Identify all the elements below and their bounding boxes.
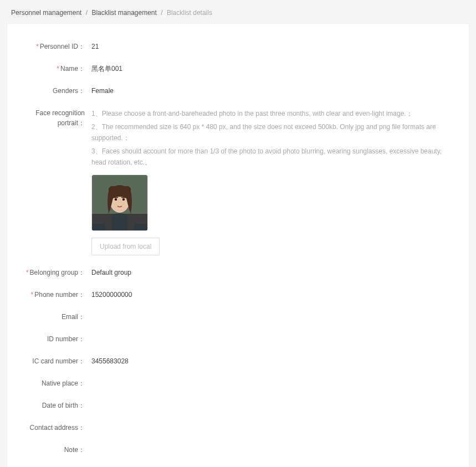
value-personnel-id: 21 [91,42,455,52]
label-native-place: Native place： [21,378,91,388]
row-date-of-birth: Date of birth： [21,401,455,410]
label-note: Note： [21,445,91,455]
label-belonging-group: *Belonging group： [21,268,91,278]
breadcrumb-separator: / [161,9,162,17]
label-ic-card-number: IC card number： [21,356,91,366]
label-personnel-id: *Personnel ID： [21,42,91,52]
portrait-image [91,175,148,231]
label-email: Email： [21,312,91,322]
portrait-box [91,175,455,231]
breadcrumb-item-details: Blacklist details [167,9,212,17]
row-genders: Genders： Female [21,86,455,96]
row-personnel-id: *Personnel ID： 21 [21,42,455,52]
row-email: Email： [21,312,455,322]
hint-2: 2、The recommended size is 640 px * 480 p… [91,121,455,143]
row-ic-card-number: IC card number： 3455683028 [21,356,455,366]
row-note: Note： [21,445,455,455]
breadcrumb-item-blacklist[interactable]: Blacklist management [91,9,156,17]
svg-point-4 [115,198,117,201]
label-phone-number: *Phone number： [21,290,91,300]
details-card: *Personnel ID： 21 *Name： 黑名单001 Genders：… [7,23,469,467]
row-id-number: ID number： [21,334,455,344]
hint-1: 1、Please choose a front-and-bareheaded p… [91,108,455,119]
svg-rect-6 [114,197,118,198]
row-contact-address: Contact address： [21,423,455,433]
page-root: Personnel management / Blacklist managem… [0,0,476,467]
row-native-place: Native place： [21,378,455,388]
value-name: 黑名单001 [91,64,455,74]
hint-3: 3、Faces should account for more than 1/3… [91,146,455,168]
row-face-portrait: Face recognition portrait： 1、Please choo… [21,108,455,255]
label-name: *Name： [21,64,91,74]
row-belonging-group: *Belonging group： Default group [21,268,455,278]
svg-rect-7 [121,197,125,198]
svg-rect-8 [134,224,147,230]
svg-point-5 [122,198,125,201]
upload-button[interactable]: Upload from local [91,238,160,255]
value-phone-number: 15200000000 [91,290,455,300]
value-genders: Female [91,86,455,96]
breadcrumb-item-personnel[interactable]: Personnel management [11,9,81,17]
label-id-number: ID number： [21,334,91,344]
svg-rect-3 [109,186,131,194]
label-date-of-birth: Date of birth： [21,401,91,410]
row-phone-number: *Phone number： 15200000000 [21,290,455,300]
breadcrumb: Personnel management / Blacklist managem… [0,0,476,23]
breadcrumb-separator: / [86,9,88,17]
row-name: *Name： 黑名单001 [21,64,455,74]
label-contact-address: Contact address： [21,423,91,433]
value-belonging-group: Default group [91,268,455,278]
label-face-portrait: Face recognition portrait： [21,108,91,128]
svg-rect-9 [92,224,105,230]
label-genders: Genders： [21,86,91,96]
value-ic-card-number: 3455683028 [91,356,455,366]
portrait-hints: 1、Please choose a front-and-bareheaded p… [91,108,455,168]
